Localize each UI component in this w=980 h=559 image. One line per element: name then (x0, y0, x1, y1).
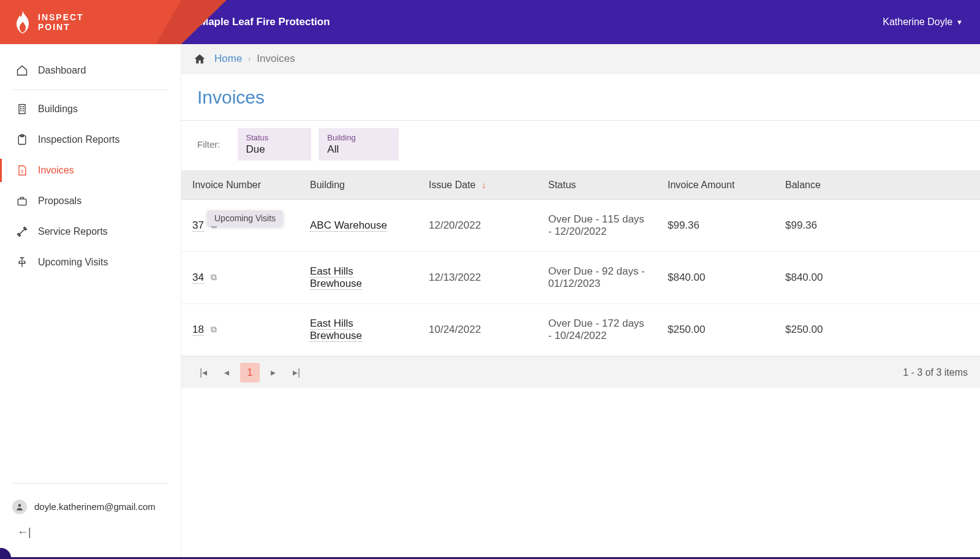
pager-next[interactable]: ▸ (263, 363, 283, 382)
filter-bar: Filter: Status Due Building All (181, 120, 980, 170)
sidebar-item-dashboard[interactable]: Dashboard (0, 55, 181, 86)
cell-issue-date: 10/24/2022 (418, 304, 537, 356)
cell-amount: $250.00 (657, 304, 774, 356)
external-link-icon[interactable]: ⧉ (211, 324, 217, 334)
sidebar-user-email: doyle.katherinem@gmail.com (34, 501, 156, 512)
svg-rect-10 (18, 199, 26, 205)
svg-rect-1 (20, 106, 21, 107)
briefcase-icon (16, 195, 28, 207)
col-issue-date[interactable]: Issue Date↓ (418, 171, 537, 200)
org-name: Maple Leaf Fire Protection (200, 16, 330, 28)
cell-status: Over Due - 172 days - 10/24/2022 (537, 304, 657, 356)
cell-amount: $99.36 (657, 200, 774, 252)
filter-status[interactable]: Status Due (238, 128, 312, 161)
clipboard-icon (16, 134, 28, 146)
page-title: Invoices (181, 74, 980, 120)
main-content: Invoices Filter: Status Due Building All… (181, 74, 980, 559)
filter-building[interactable]: Building All (318, 128, 398, 161)
sidebar-item-label: Upcoming Visits (38, 257, 108, 268)
brand-logo[interactable]: INSPECT POINT (0, 0, 181, 44)
sort-desc-icon: ↓ (481, 180, 486, 190)
external-link-icon[interactable]: ⧉ (211, 272, 217, 282)
svg-rect-2 (23, 106, 24, 107)
cell-status: Over Due - 92 days - 01/12/2023 (537, 252, 657, 304)
invoice-link[interactable]: 37 (192, 219, 204, 232)
filter-building-value: All (327, 143, 355, 156)
pager-page-current[interactable]: 1 (240, 363, 260, 382)
table-row: 34 ⧉ East Hills Brewhouse 12/13/2022 Ove… (181, 252, 980, 304)
col-status[interactable]: Status (537, 171, 657, 200)
invoice-link[interactable]: 18 (192, 324, 204, 336)
table-row: 37 ⧉ ABC Warehouse 12/20/2022 Over Due -… (181, 200, 980, 252)
invoice-link[interactable]: 34 (192, 272, 204, 284)
flame-icon (13, 10, 32, 34)
home-icon[interactable] (194, 53, 206, 65)
cell-issue-date: 12/20/2022 (418, 200, 537, 252)
filter-status-label: Status (246, 133, 269, 142)
sidebar-item-label: Invoices (38, 165, 74, 176)
sidebar-item-buildings[interactable]: Buildings (0, 94, 181, 124)
sidebar-item-label: Proposals (38, 196, 81, 207)
tools-icon (16, 226, 28, 238)
pagination: |◂ ◂ 1 ▸ ▸| 1 - 3 of 3 items (181, 356, 980, 388)
sidebar-user[interactable]: doyle.katherinem@gmail.com (12, 483, 168, 520)
brand-text: INSPECT POINT (38, 12, 84, 32)
building-link[interactable]: East Hills Brewhouse (310, 265, 362, 290)
pager-prev[interactable]: ◂ (217, 363, 236, 382)
svg-rect-5 (20, 110, 21, 112)
avatar-icon (12, 500, 27, 514)
breadcrumb-current: Invoices (257, 53, 295, 65)
col-invoice-amount[interactable]: Invoice Amount (657, 171, 774, 200)
arrow-left-icon: ←| (17, 526, 31, 539)
svg-point-11 (18, 504, 21, 507)
home-icon (16, 64, 28, 77)
nav-separator (12, 89, 168, 90)
invoice-icon: $ (16, 164, 28, 177)
caret-down-icon: ▼ (956, 18, 963, 26)
sidebar-item-proposals[interactable]: Proposals (0, 186, 181, 216)
col-invoice-number[interactable]: Invoice Number (181, 171, 299, 200)
cell-balance: $99.36 (774, 200, 980, 252)
user-name: Katherine Doyle (883, 17, 952, 28)
cell-amount: $840.00 (657, 252, 774, 304)
filter-status-value: Due (246, 143, 269, 156)
cell-balance: $840.00 (774, 252, 980, 304)
cell-status: Over Due - 115 days - 12/20/2022 (537, 200, 657, 252)
svg-rect-6 (23, 110, 24, 112)
sidebar-item-label: Dashboard (38, 65, 86, 76)
sidebar-item-invoices[interactable]: $ Invoices (0, 155, 181, 186)
pager-last[interactable]: ▸| (287, 363, 306, 382)
svg-rect-4 (23, 108, 24, 109)
sidebar-item-upcoming-visits[interactable]: Upcoming Visits (0, 247, 181, 278)
sidebar-item-service-reports[interactable]: Service Reports (0, 216, 181, 247)
breadcrumb-home[interactable]: Home (214, 53, 242, 65)
col-balance[interactable]: Balance (774, 171, 980, 200)
building-link[interactable]: ABC Warehouse (310, 219, 387, 232)
svg-rect-3 (20, 108, 21, 109)
building-link[interactable]: East Hills Brewhouse (310, 318, 362, 342)
col-building[interactable]: Building (299, 171, 418, 200)
pin-icon (16, 256, 28, 268)
sidebar-item-label: Inspection Reports (38, 134, 119, 145)
pagination-info: 1 - 3 of 3 items (903, 367, 968, 378)
svg-text:$: $ (21, 169, 23, 173)
building-icon (16, 103, 28, 115)
sidebar-item-inspection-reports[interactable]: Inspection Reports (0, 124, 181, 155)
cell-issue-date: 12/13/2022 (418, 252, 537, 304)
svg-rect-0 (19, 105, 25, 114)
collapse-sidebar-button[interactable]: ←| (12, 520, 168, 544)
sidebar-item-label: Service Reports (38, 226, 108, 237)
pager-first[interactable]: |◂ (194, 363, 213, 382)
cell-balance: $250.00 (774, 304, 980, 356)
breadcrumb: Home › Invoices (181, 44, 980, 74)
invoices-table: Invoice Number Building Issue Date↓ Stat… (181, 170, 980, 388)
table-row: 18 ⧉ East Hills Brewhouse 10/24/2022 Ove… (181, 304, 980, 356)
tooltip-upcoming-visits: Upcoming Visits (207, 210, 283, 226)
chevron-right-icon: › (248, 55, 251, 63)
sidebar-item-label: Buildings (38, 104, 78, 115)
filter-building-label: Building (327, 133, 355, 142)
user-menu[interactable]: Katherine Doyle ▼ (883, 17, 963, 28)
filter-label: Filter: (197, 139, 221, 150)
sidebar: Dashboard Buildings Inspection Reports $… (0, 44, 181, 559)
